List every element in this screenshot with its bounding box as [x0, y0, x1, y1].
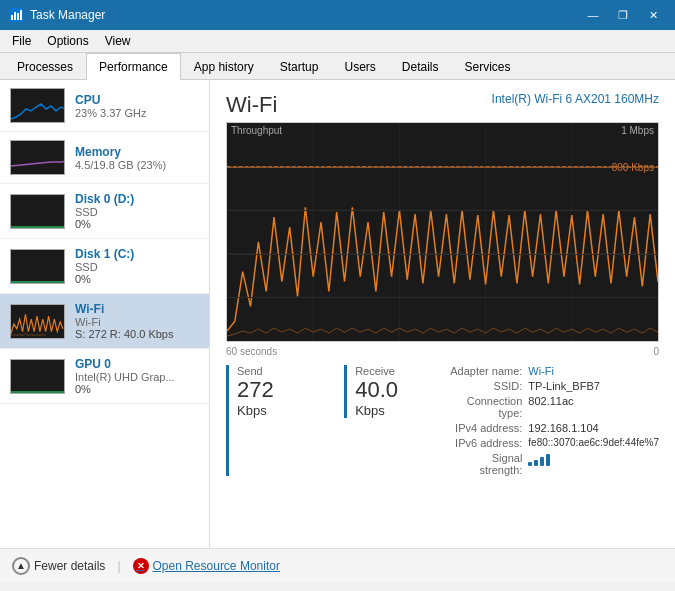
close-button[interactable]: ✕ — [639, 5, 667, 25]
receive-label: Receive — [355, 365, 428, 377]
open-resource-icon: ✕ — [133, 558, 149, 574]
svg-rect-6 — [11, 141, 65, 175]
adapter-label: Adapter name: — [448, 365, 523, 377]
sidebar-item-cpu[interactable]: CPU 23% 3.37 GHz — [0, 80, 209, 132]
tab-processes[interactable]: Processes — [4, 53, 86, 80]
menu-bar: File Options View — [0, 30, 675, 53]
receive-value: 40.0 — [355, 377, 398, 402]
title-bar-left: Task Manager — [8, 7, 105, 23]
signal-bars — [528, 452, 659, 466]
adapter-value: Wi-Fi — [528, 365, 659, 377]
minimize-button[interactable]: — — [579, 5, 607, 25]
svg-rect-1 — [11, 15, 13, 20]
ssid-label: SSID: — [448, 380, 523, 392]
tab-bar: Processes Performance App history Startu… — [0, 53, 675, 80]
cpu-stat: 23% 3.37 GHz — [75, 107, 199, 119]
menu-view[interactable]: View — [97, 32, 139, 50]
fewer-details-button[interactable]: ▲ Fewer details — [12, 557, 105, 575]
stats-row: Send 272 Kbps Receive 40.0 Kbps Adapter … — [226, 365, 659, 476]
signal-bar-3 — [540, 457, 544, 466]
title-bar-controls: — ❐ ✕ — [579, 5, 667, 25]
wifi-info: Wi-Fi Wi-Fi S: 272 R: 40.0 Kbps — [75, 302, 199, 340]
signal-bar-2 — [534, 460, 538, 466]
send-value-row: 272 Kbps — [237, 377, 304, 418]
wifi-type: Wi-Fi — [75, 316, 199, 328]
title-bar: Task Manager — ❐ ✕ — [0, 0, 675, 30]
disk0-info: Disk 0 (D:) SSD 0% — [75, 192, 199, 230]
chart-bottom-right: 0 — [653, 346, 659, 357]
svg-rect-4 — [20, 10, 22, 20]
tab-users[interactable]: Users — [331, 53, 388, 80]
gpu0-name: GPU 0 — [75, 357, 199, 371]
ipv6-label: IPv6 address: — [448, 437, 523, 449]
detail-subtitle: Intel(R) Wi-Fi 6 AX201 160MHz — [492, 92, 659, 106]
send-label: Send — [237, 365, 304, 377]
send-stat-block: Send 272 Kbps — [226, 365, 304, 476]
memory-stat: 4.5/19.8 GB (23%) — [75, 159, 199, 171]
disk1-type: SSD — [75, 261, 199, 273]
chart-top-label: Throughput — [231, 125, 282, 136]
tab-app-history[interactable]: App history — [181, 53, 267, 80]
status-bar: ▲ Fewer details | ✕ Open Resource Monito… — [0, 548, 675, 582]
receive-stat-block: Receive 40.0 Kbps — [344, 365, 428, 476]
tab-startup[interactable]: Startup — [267, 53, 332, 80]
tab-services[interactable]: Services — [452, 53, 524, 80]
open-resource-label: Open Resource Monitor — [153, 559, 280, 573]
disk1-stat: 0% — [75, 273, 199, 285]
receive-unit: Kbps — [355, 403, 385, 418]
disk1-thumbnail — [10, 249, 65, 284]
menu-options[interactable]: Options — [39, 32, 96, 50]
receive-value-row: 40.0 Kbps — [355, 377, 428, 418]
detail-panel: Wi-Fi Intel(R) Wi-Fi 6 AX201 160MHz Thro… — [210, 80, 675, 548]
svg-rect-8 — [11, 250, 65, 284]
conn-type-value: 802.11ac — [528, 395, 659, 419]
sidebar: CPU 23% 3.37 GHz Memory 4.5/19.8 GB (23%… — [0, 80, 210, 548]
sidebar-item-disk0[interactable]: Disk 0 (D:) SSD 0% — [0, 184, 209, 239]
memory-info: Memory 4.5/19.8 GB (23%) — [75, 145, 199, 171]
svg-rect-2 — [14, 12, 16, 20]
fewer-details-label: Fewer details — [34, 559, 105, 573]
signal-bar-1 — [528, 462, 532, 466]
wifi-name: Wi-Fi — [75, 302, 199, 316]
detail-title: Wi-Fi — [226, 92, 277, 118]
signal-label: Signal strength: — [448, 452, 523, 476]
disk0-type: SSD — [75, 206, 199, 218]
gpu0-thumbnail — [10, 359, 65, 394]
ipv6-value: fe80::3070:ae6c:9def:44fe%7 — [528, 437, 659, 449]
tab-details[interactable]: Details — [389, 53, 452, 80]
status-separator: | — [117, 559, 120, 573]
cpu-name: CPU — [75, 93, 199, 107]
chart-bottom-left: 60 seconds — [226, 346, 277, 357]
disk0-thumbnail — [10, 194, 65, 229]
ssid-value: TP-Link_BFB7 — [528, 380, 659, 392]
info-table: Adapter name: Wi-Fi SSID: TP-Link_BFB7 C… — [448, 365, 659, 476]
gpu0-stat: 0% — [75, 383, 199, 395]
disk0-stat: 0% — [75, 218, 199, 230]
svg-rect-3 — [17, 13, 19, 20]
chart-right-label: 1 Mbps — [621, 125, 654, 136]
sidebar-item-memory[interactable]: Memory 4.5/19.8 GB (23%) — [0, 132, 209, 184]
sidebar-item-gpu0[interactable]: GPU 0 Intel(R) UHD Grap... 0% — [0, 349, 209, 404]
tab-performance[interactable]: Performance — [86, 53, 181, 80]
cpu-info: CPU 23% 3.37 GHz — [75, 93, 199, 119]
task-manager-icon — [8, 7, 24, 23]
open-resource-monitor-link[interactable]: ✕ Open Resource Monitor — [133, 558, 280, 574]
disk1-info: Disk 1 (C:) SSD 0% — [75, 247, 199, 285]
ipv4-value: 192.168.1.104 — [528, 422, 659, 434]
wifi-stat: S: 272 R: 40.0 Kbps — [75, 328, 199, 340]
menu-file[interactable]: File — [4, 32, 39, 50]
svg-rect-11 — [227, 123, 658, 341]
signal-bar-4 — [546, 454, 550, 466]
gpu0-type: Intel(R) UHD Grap... — [75, 371, 199, 383]
maximize-button[interactable]: ❐ — [609, 5, 637, 25]
main-content: CPU 23% 3.37 GHz Memory 4.5/19.8 GB (23%… — [0, 80, 675, 548]
send-value: 272 — [237, 377, 274, 402]
signal-value — [528, 452, 659, 476]
sidebar-item-wifi[interactable]: Wi-Fi Wi-Fi S: 272 R: 40.0 Kbps — [0, 294, 209, 349]
svg-rect-10 — [11, 360, 65, 394]
disk1-name: Disk 1 (C:) — [75, 247, 199, 261]
chart-bottom-labels: 60 seconds 0 — [226, 346, 659, 357]
fewer-details-icon: ▲ — [12, 557, 30, 575]
conn-type-label: Connection type: — [448, 395, 523, 419]
sidebar-item-disk1[interactable]: Disk 1 (C:) SSD 0% — [0, 239, 209, 294]
